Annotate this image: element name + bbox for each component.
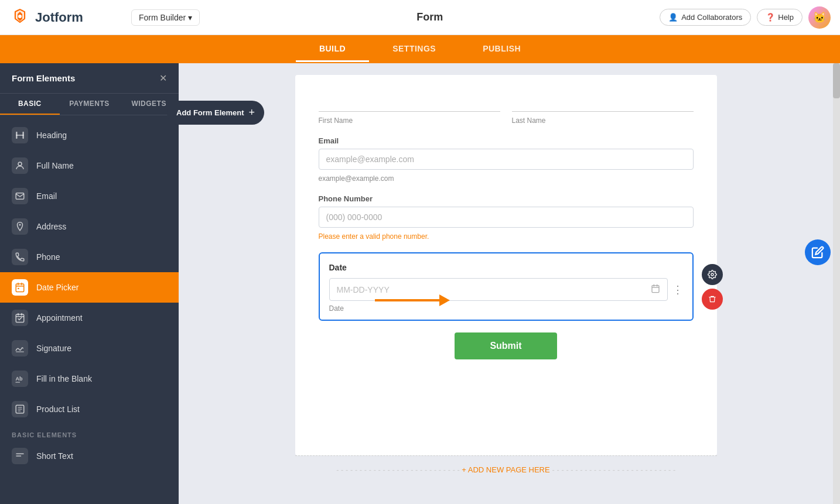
sidebar-section-basic: BASIC ELEMENTS	[0, 424, 179, 441]
first-name-label: First Name	[319, 116, 500, 125]
jotform-logo-icon	[9, 7, 30, 28]
close-icon[interactable]: ✕	[159, 73, 167, 84]
sidebar-item-full-name[interactable]: Full Name	[0, 150, 179, 181]
add-page-bar: - - - - - - - - - - - - - - - - - - - - …	[295, 455, 717, 484]
date-field-container: Date MM-DD-YYYY	[319, 252, 694, 321]
first-name-input[interactable]	[319, 92, 500, 112]
navbar: Jotform Form Builder ▾ Form 👤 Add Collab…	[0, 0, 840, 35]
add-collab-icon: 👤	[668, 13, 678, 22]
phone-hint: Please enter a valid phone number.	[319, 232, 694, 241]
page-title: Form	[200, 11, 660, 23]
avatar[interactable]: 🐱	[808, 6, 831, 29]
logo-text: Jotform	[35, 10, 83, 25]
heading-icon	[12, 127, 28, 143]
tab-payments[interactable]: PAYMENTS	[60, 94, 119, 115]
sidebar-tabs: BASIC PAYMENTS WIDGETS	[0, 94, 179, 115]
svg-point-14	[711, 273, 713, 276]
sidebar-item-label-full-name: Full Name	[36, 161, 74, 170]
tab-build[interactable]: BUILD	[296, 37, 369, 62]
logo-area: Jotform	[9, 7, 127, 28]
add-form-element-label: Add Form Element	[176, 108, 244, 117]
sidebar: Form Elements ✕ BASIC PAYMENTS WIDGETS H…	[0, 63, 179, 504]
svg-point-5	[18, 162, 22, 166]
sidebar-item-fill-blank[interactable]: Ab Fill in the Blank	[0, 364, 179, 394]
phone-icon	[12, 249, 28, 265]
address-icon	[12, 218, 28, 235]
svg-rect-10	[16, 314, 24, 323]
date-picker-icon	[12, 279, 28, 296]
sidebar-item-label-email: Email	[36, 191, 57, 201]
last-name-input[interactable]	[512, 92, 694, 112]
email-field-wrapper: Email example@example.com	[319, 136, 694, 183]
svg-point-7	[19, 224, 21, 226]
email-icon	[12, 188, 28, 204]
sidebar-item-address[interactable]: Address	[0, 211, 179, 242]
product-list-icon	[12, 401, 28, 417]
date-field-wrapper: Date MM-DD-YYYY	[319, 252, 694, 321]
sidebar-item-label-appointment: Appointment	[36, 313, 83, 323]
right-scrollbar	[833, 63, 840, 504]
email-label: Email	[319, 136, 694, 145]
sidebar-item-appointment[interactable]: Appointment	[0, 303, 179, 333]
date-placeholder: MM-DD-YYYY	[337, 285, 390, 294]
help-button[interactable]: ❓ Help	[757, 9, 803, 26]
first-name-field: First Name	[319, 92, 500, 125]
sidebar-item-label-address: Address	[36, 222, 66, 231]
main-layout: Form Elements ✕ BASIC PAYMENTS WIDGETS H…	[0, 63, 840, 504]
help-icon: ❓	[766, 13, 775, 22]
phone-input[interactable]	[319, 207, 694, 228]
phone-field-wrapper: Phone Number Please enter a valid phone …	[319, 194, 694, 241]
sidebar-item-label-fill-blank: Fill in the Blank	[36, 374, 92, 383]
svg-text:Ab: Ab	[16, 376, 23, 382]
arrow-pointer	[375, 294, 450, 306]
settings-button[interactable]	[702, 264, 723, 285]
delete-button[interactable]	[702, 289, 723, 310]
help-label: Help	[778, 13, 794, 22]
submit-area: Submit	[319, 332, 694, 359]
plus-icon: +	[249, 107, 255, 119]
sidebar-item-product-list[interactable]: Product List	[0, 394, 179, 424]
phone-label: Phone Number	[319, 194, 694, 203]
svg-rect-4	[23, 132, 24, 139]
tab-basic[interactable]: BASIC	[0, 94, 60, 115]
email-input[interactable]	[319, 149, 694, 170]
form-builder-button[interactable]: Form Builder ▾	[131, 9, 200, 26]
signature-icon	[12, 340, 28, 356]
more-options-icon[interactable]: ⋮	[672, 283, 683, 296]
sidebar-item-label-product-list: Product List	[36, 404, 80, 414]
svg-point-1	[18, 15, 22, 18]
sidebar-title: Form Elements	[12, 73, 75, 83]
svg-rect-13	[652, 286, 659, 293]
add-collaborators-button[interactable]: 👤 Add Collaborators	[660, 9, 751, 26]
sidebar-item-signature[interactable]: Signature	[0, 333, 179, 364]
appointment-icon	[12, 310, 28, 326]
name-row: First Name Last Name	[319, 92, 694, 125]
sidebar-item-label-phone: Phone	[36, 252, 60, 262]
chevron-down-icon: ▾	[188, 13, 192, 22]
sidebar-item-label-heading: Heading	[36, 131, 67, 140]
tab-publish[interactable]: PUBLISH	[459, 37, 544, 62]
submit-button[interactable]: Submit	[455, 332, 556, 359]
scrollbar-thumb[interactable]	[833, 63, 840, 98]
calendar-icon	[651, 284, 660, 295]
sidebar-item-heading[interactable]: Heading	[0, 120, 179, 150]
email-hint: example@example.com	[319, 174, 694, 183]
sidebar-item-phone[interactable]: Phone	[0, 242, 179, 272]
fill-blank-icon: Ab	[12, 371, 28, 387]
form-container: First Name Last Name Email example@examp…	[295, 75, 717, 455]
sidebar-item-short-text[interactable]: Short Text	[0, 441, 179, 471]
sidebar-item-label-short-text: Short Text	[36, 451, 73, 461]
sidebar-item-email[interactable]: Email	[0, 181, 179, 211]
sidebar-item-label-date-picker: Date Picker	[36, 283, 78, 292]
tab-bar: BUILD SETTINGS PUBLISH	[0, 35, 840, 63]
right-edit-button[interactable]	[805, 239, 831, 265]
add-page-link[interactable]: + ADD NEW PAGE HERE	[462, 465, 549, 474]
svg-rect-8	[16, 284, 24, 292]
sidebar-items-list: Heading Full Name	[0, 115, 179, 504]
short-text-icon	[12, 448, 28, 464]
add-form-element-button[interactable]: Add Form Element +	[167, 101, 264, 125]
canvas-area: First Name Last Name Email example@examp…	[179, 63, 833, 504]
date-label: Date	[329, 263, 683, 272]
tab-settings[interactable]: SETTINGS	[369, 37, 459, 62]
sidebar-item-date-picker[interactable]: Date Picker	[0, 272, 179, 303]
